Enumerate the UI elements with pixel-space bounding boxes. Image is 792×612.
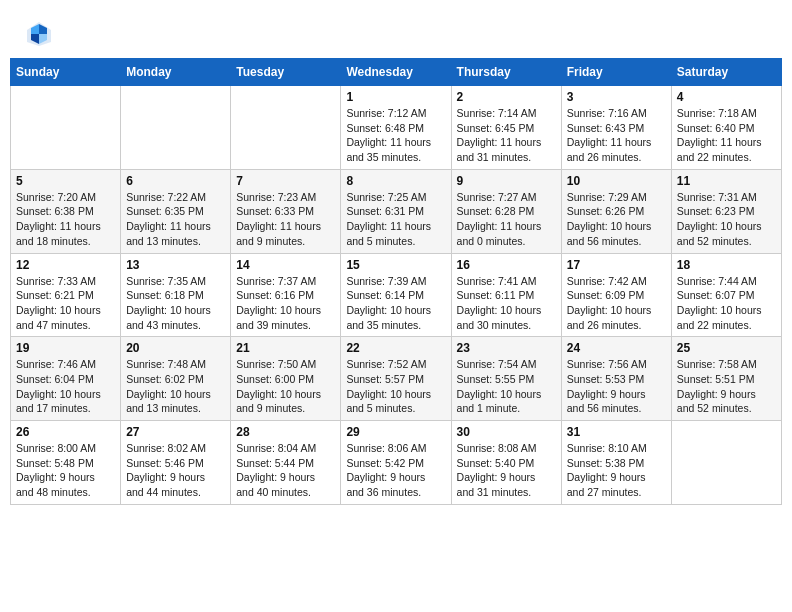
day-info: Sunrise: 7:20 AM Sunset: 6:38 PM Dayligh… [16, 190, 115, 249]
calendar-week-row: 12Sunrise: 7:33 AM Sunset: 6:21 PM Dayli… [11, 253, 782, 337]
day-number: 26 [16, 425, 115, 439]
day-number: 22 [346, 341, 445, 355]
day-info: Sunrise: 7:44 AM Sunset: 6:07 PM Dayligh… [677, 274, 776, 333]
day-number: 10 [567, 174, 666, 188]
calendar-cell: 17Sunrise: 7:42 AM Sunset: 6:09 PM Dayli… [561, 253, 671, 337]
calendar-header: SundayMondayTuesdayWednesdayThursdayFrid… [11, 59, 782, 86]
day-number: 29 [346, 425, 445, 439]
day-number: 6 [126, 174, 225, 188]
day-number: 14 [236, 258, 335, 272]
calendar-cell: 30Sunrise: 8:08 AM Sunset: 5:40 PM Dayli… [451, 421, 561, 505]
calendar-cell: 21Sunrise: 7:50 AM Sunset: 6:00 PM Dayli… [231, 337, 341, 421]
day-number: 2 [457, 90, 556, 104]
day-number: 16 [457, 258, 556, 272]
day-info: Sunrise: 7:31 AM Sunset: 6:23 PM Dayligh… [677, 190, 776, 249]
calendar-cell: 25Sunrise: 7:58 AM Sunset: 5:51 PM Dayli… [671, 337, 781, 421]
day-info: Sunrise: 7:27 AM Sunset: 6:28 PM Dayligh… [457, 190, 556, 249]
calendar-week-row: 26Sunrise: 8:00 AM Sunset: 5:48 PM Dayli… [11, 421, 782, 505]
weekday-header-saturday: Saturday [671, 59, 781, 86]
calendar-cell: 1Sunrise: 7:12 AM Sunset: 6:48 PM Daylig… [341, 86, 451, 170]
day-number: 18 [677, 258, 776, 272]
day-info: Sunrise: 7:25 AM Sunset: 6:31 PM Dayligh… [346, 190, 445, 249]
day-info: Sunrise: 7:39 AM Sunset: 6:14 PM Dayligh… [346, 274, 445, 333]
day-number: 25 [677, 341, 776, 355]
weekday-header-thursday: Thursday [451, 59, 561, 86]
day-number: 20 [126, 341, 225, 355]
day-number: 27 [126, 425, 225, 439]
day-number: 3 [567, 90, 666, 104]
calendar-cell: 15Sunrise: 7:39 AM Sunset: 6:14 PM Dayli… [341, 253, 451, 337]
calendar-week-row: 5Sunrise: 7:20 AM Sunset: 6:38 PM Daylig… [11, 169, 782, 253]
calendar-cell: 4Sunrise: 7:18 AM Sunset: 6:40 PM Daylig… [671, 86, 781, 170]
day-number: 13 [126, 258, 225, 272]
day-number: 17 [567, 258, 666, 272]
weekday-header-row: SundayMondayTuesdayWednesdayThursdayFrid… [11, 59, 782, 86]
day-info: Sunrise: 7:46 AM Sunset: 6:04 PM Dayligh… [16, 357, 115, 416]
day-info: Sunrise: 7:14 AM Sunset: 6:45 PM Dayligh… [457, 106, 556, 165]
page-header [10, 10, 782, 53]
calendar-week-row: 1Sunrise: 7:12 AM Sunset: 6:48 PM Daylig… [11, 86, 782, 170]
calendar-cell: 5Sunrise: 7:20 AM Sunset: 6:38 PM Daylig… [11, 169, 121, 253]
calendar-cell: 19Sunrise: 7:46 AM Sunset: 6:04 PM Dayli… [11, 337, 121, 421]
logo [25, 20, 57, 48]
calendar-cell: 27Sunrise: 8:02 AM Sunset: 5:46 PM Dayli… [121, 421, 231, 505]
calendar-table: SundayMondayTuesdayWednesdayThursdayFrid… [10, 58, 782, 505]
calendar-cell: 22Sunrise: 7:52 AM Sunset: 5:57 PM Dayli… [341, 337, 451, 421]
calendar-cell [671, 421, 781, 505]
day-info: Sunrise: 8:10 AM Sunset: 5:38 PM Dayligh… [567, 441, 666, 500]
day-number: 23 [457, 341, 556, 355]
day-info: Sunrise: 7:22 AM Sunset: 6:35 PM Dayligh… [126, 190, 225, 249]
day-number: 12 [16, 258, 115, 272]
day-number: 4 [677, 90, 776, 104]
calendar-cell: 24Sunrise: 7:56 AM Sunset: 5:53 PM Dayli… [561, 337, 671, 421]
day-info: Sunrise: 7:33 AM Sunset: 6:21 PM Dayligh… [16, 274, 115, 333]
calendar-cell: 29Sunrise: 8:06 AM Sunset: 5:42 PM Dayli… [341, 421, 451, 505]
day-info: Sunrise: 7:18 AM Sunset: 6:40 PM Dayligh… [677, 106, 776, 165]
calendar-cell: 10Sunrise: 7:29 AM Sunset: 6:26 PM Dayli… [561, 169, 671, 253]
calendar-cell: 2Sunrise: 7:14 AM Sunset: 6:45 PM Daylig… [451, 86, 561, 170]
day-number: 7 [236, 174, 335, 188]
day-number: 11 [677, 174, 776, 188]
day-info: Sunrise: 7:29 AM Sunset: 6:26 PM Dayligh… [567, 190, 666, 249]
day-number: 15 [346, 258, 445, 272]
calendar-cell: 16Sunrise: 7:41 AM Sunset: 6:11 PM Dayli… [451, 253, 561, 337]
day-info: Sunrise: 8:04 AM Sunset: 5:44 PM Dayligh… [236, 441, 335, 500]
weekday-header-tuesday: Tuesday [231, 59, 341, 86]
day-info: Sunrise: 7:42 AM Sunset: 6:09 PM Dayligh… [567, 274, 666, 333]
calendar-cell [11, 86, 121, 170]
day-info: Sunrise: 7:16 AM Sunset: 6:43 PM Dayligh… [567, 106, 666, 165]
weekday-header-friday: Friday [561, 59, 671, 86]
day-info: Sunrise: 7:35 AM Sunset: 6:18 PM Dayligh… [126, 274, 225, 333]
day-info: Sunrise: 7:37 AM Sunset: 6:16 PM Dayligh… [236, 274, 335, 333]
day-number: 5 [16, 174, 115, 188]
logo-icon [25, 20, 53, 48]
calendar-cell: 26Sunrise: 8:00 AM Sunset: 5:48 PM Dayli… [11, 421, 121, 505]
day-info: Sunrise: 8:06 AM Sunset: 5:42 PM Dayligh… [346, 441, 445, 500]
calendar-cell: 8Sunrise: 7:25 AM Sunset: 6:31 PM Daylig… [341, 169, 451, 253]
calendar-cell [121, 86, 231, 170]
day-info: Sunrise: 7:52 AM Sunset: 5:57 PM Dayligh… [346, 357, 445, 416]
calendar-cell: 31Sunrise: 8:10 AM Sunset: 5:38 PM Dayli… [561, 421, 671, 505]
day-number: 9 [457, 174, 556, 188]
day-info: Sunrise: 8:00 AM Sunset: 5:48 PM Dayligh… [16, 441, 115, 500]
weekday-header-sunday: Sunday [11, 59, 121, 86]
day-info: Sunrise: 8:08 AM Sunset: 5:40 PM Dayligh… [457, 441, 556, 500]
calendar-cell: 14Sunrise: 7:37 AM Sunset: 6:16 PM Dayli… [231, 253, 341, 337]
calendar-cell: 11Sunrise: 7:31 AM Sunset: 6:23 PM Dayli… [671, 169, 781, 253]
calendar-cell: 28Sunrise: 8:04 AM Sunset: 5:44 PM Dayli… [231, 421, 341, 505]
day-info: Sunrise: 7:12 AM Sunset: 6:48 PM Dayligh… [346, 106, 445, 165]
calendar-cell [231, 86, 341, 170]
calendar-cell: 3Sunrise: 7:16 AM Sunset: 6:43 PM Daylig… [561, 86, 671, 170]
weekday-header-wednesday: Wednesday [341, 59, 451, 86]
calendar-cell: 7Sunrise: 7:23 AM Sunset: 6:33 PM Daylig… [231, 169, 341, 253]
day-number: 1 [346, 90, 445, 104]
day-info: Sunrise: 7:50 AM Sunset: 6:00 PM Dayligh… [236, 357, 335, 416]
day-number: 24 [567, 341, 666, 355]
day-number: 30 [457, 425, 556, 439]
day-info: Sunrise: 7:56 AM Sunset: 5:53 PM Dayligh… [567, 357, 666, 416]
day-number: 8 [346, 174, 445, 188]
calendar-cell: 20Sunrise: 7:48 AM Sunset: 6:02 PM Dayli… [121, 337, 231, 421]
day-number: 31 [567, 425, 666, 439]
day-info: Sunrise: 8:02 AM Sunset: 5:46 PM Dayligh… [126, 441, 225, 500]
day-info: Sunrise: 7:58 AM Sunset: 5:51 PM Dayligh… [677, 357, 776, 416]
